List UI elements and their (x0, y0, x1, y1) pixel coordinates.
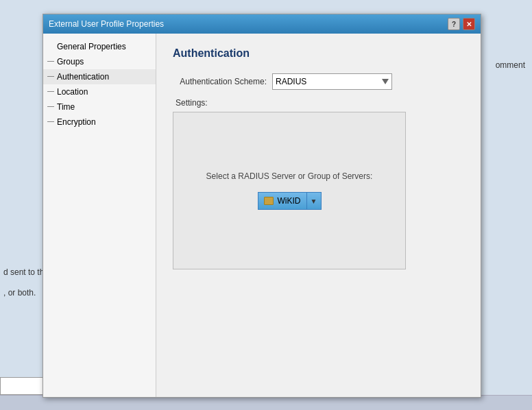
server-icon (264, 197, 274, 205)
select-server-text: Select a RADIUS Server or Group of Serve… (206, 171, 373, 181)
sidebar-item-time[interactable]: Time (43, 99, 156, 114)
auth-scheme-label: Authentication Scheme: (173, 77, 272, 86)
server-name-label: WiKID (278, 196, 301, 206)
sidebar-item-authentication[interactable]: Authentication (43, 69, 156, 84)
sidebar-item-encryption[interactable]: Encryption (43, 114, 156, 130)
bg-bottom-input[interactable] (0, 377, 45, 395)
sidebar-item-groups[interactable]: Groups (43, 54, 156, 69)
close-button[interactable]: ✕ (463, 18, 475, 30)
sidebar-item-general-properties[interactable]: General Properties (43, 39, 156, 54)
dialog-body: General Properties Groups Authentication… (43, 34, 481, 397)
content-title: Authentication (173, 47, 464, 60)
auth-scheme-select[interactable]: RADIUS LDAP Local None (272, 73, 392, 90)
nav-panel: General Properties Groups Authentication… (43, 34, 156, 397)
server-dropdown-container: WiKID ▼ (258, 192, 322, 210)
bg-comment-text: omment (496, 60, 525, 70)
dialog-titlebar: External User Profile Properties ? ✕ (43, 14, 481, 34)
help-button[interactable]: ? (448, 18, 460, 30)
auth-scheme-row: Authentication Scheme: RADIUS LDAP Local… (173, 73, 464, 90)
bg-both-text: , or both. (3, 288, 36, 298)
server-select-button[interactable]: WiKID (258, 192, 306, 210)
sidebar-item-location[interactable]: Location (43, 84, 156, 99)
content-panel: Authentication Authentication Scheme: RA… (156, 34, 481, 397)
server-dropdown-arrow[interactable]: ▼ (306, 192, 322, 210)
dialog-title: External User Profile Properties (49, 19, 164, 29)
chevron-down-icon: ▼ (311, 197, 317, 205)
titlebar-buttons: ? ✕ (448, 18, 475, 30)
dialog-window: External User Profile Properties ? ✕ Gen… (43, 14, 481, 398)
settings-box: Select a RADIUS Server or Group of Serve… (173, 112, 406, 269)
settings-label: Settings: (176, 98, 208, 108)
